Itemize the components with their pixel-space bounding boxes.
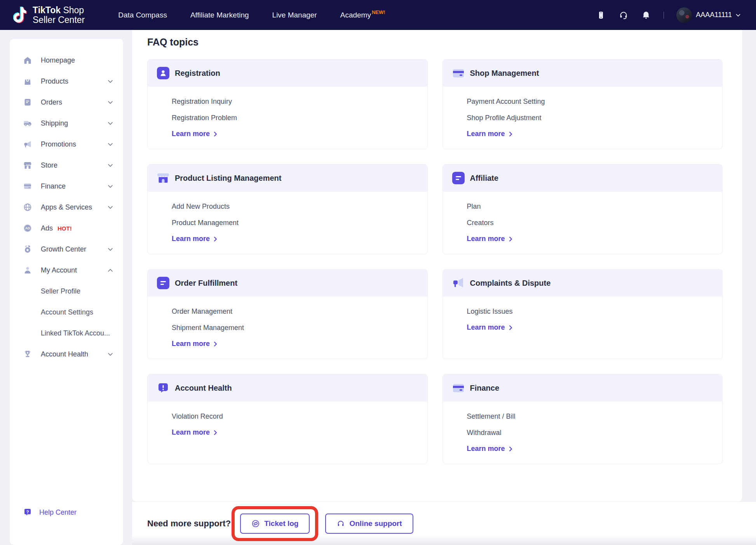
faq-topic-settlement-bill[interactable]: Settlement / Bill xyxy=(467,412,713,421)
sidebar-item-products[interactable]: Products xyxy=(10,71,123,92)
chevron-down-icon xyxy=(108,80,113,83)
help-center-link[interactable]: ? Help Center xyxy=(10,508,123,517)
learn-more-label: Learn more xyxy=(172,235,210,243)
trophy-icon xyxy=(23,349,32,359)
faq-card-body: Registration InquiryRegistration Problem… xyxy=(148,87,427,149)
globe-icon xyxy=(23,203,32,212)
nav-item-data-compass[interactable]: Data Compass xyxy=(118,11,167,19)
tiktok-shop-logo[interactable]: TikTok Shop Seller Center xyxy=(13,5,85,25)
faq-card-body: Payment Account SettingShop Profile Adju… xyxy=(443,87,723,149)
faq-card-title: Order Fulfillment xyxy=(175,279,237,288)
faq-card-header: Account Health xyxy=(148,374,427,402)
card-gray-icon xyxy=(23,182,32,191)
faq-topic-withdrawal[interactable]: Withdrawal xyxy=(467,428,713,437)
learn-more-label: Learn more xyxy=(467,130,505,138)
chevron-right-icon xyxy=(509,325,512,330)
svg-text:AD: AD xyxy=(25,226,30,230)
sidebar-item-finance[interactable]: Finance xyxy=(10,176,123,197)
faq-card-title: Account Health xyxy=(175,384,232,393)
faq-topic-plan[interactable]: Plan xyxy=(467,202,713,211)
faq-topic-shop-profile-adjustment[interactable]: Shop Profile Adjustment xyxy=(467,114,713,122)
user-menu[interactable]: AAAA11111 xyxy=(676,7,740,23)
learn-more-label: Learn more xyxy=(467,323,505,332)
sidebar: Homepage Products Orders Shipping Promot… xyxy=(10,39,123,545)
faq-topic-add-new-products[interactable]: Add New Products xyxy=(172,202,418,211)
ticket-log-button[interactable]: Ticket log xyxy=(240,514,310,534)
faq-topic-creators[interactable]: Creators xyxy=(467,218,713,227)
nav-item-academy[interactable]: AcademyNEW! xyxy=(340,11,385,19)
faq-topic-shipment-management[interactable]: Shipment Management xyxy=(172,323,418,332)
faq-card-title: Shop Management xyxy=(470,69,539,78)
faq-topic-logistic-issues[interactable]: Logistic Issues xyxy=(467,307,713,316)
notification-bell-icon[interactable] xyxy=(641,10,651,20)
chevron-right-icon xyxy=(509,446,512,452)
mobile-app-icon[interactable] xyxy=(596,10,606,20)
faq-card-body: Violation Record Learn more xyxy=(148,402,427,447)
learn-more-link[interactable]: Learn more xyxy=(467,323,713,332)
learn-more-label: Learn more xyxy=(172,130,210,138)
red-highlight-annotation: Ticket log xyxy=(232,506,318,541)
sidebar-item-promotions[interactable]: Promotions xyxy=(10,134,123,155)
doc-purple-icon xyxy=(452,172,465,184)
sidebar-item-ads[interactable]: AD Ads HOT! xyxy=(10,218,123,239)
help-icon: ? xyxy=(23,508,32,517)
sidebar-subitem-seller-profile[interactable]: Seller Profile xyxy=(10,281,123,302)
sidebar-subitem-account-settings[interactable]: Account Settings xyxy=(10,302,123,323)
ticket-log-label: Ticket log xyxy=(264,519,298,528)
faq-topic-registration-problem[interactable]: Registration Problem xyxy=(172,114,418,122)
faq-panel: FAQ topics Registration Registration Inq… xyxy=(132,30,742,502)
faq-card-header: Shop Management xyxy=(443,59,723,87)
faq-card-title: Registration xyxy=(175,69,220,78)
headset-icon[interactable] xyxy=(618,10,629,20)
sidebar-item-my-account[interactable]: My Account xyxy=(10,260,123,281)
sidebar-item-homepage[interactable]: Homepage xyxy=(10,50,123,71)
learn-more-link[interactable]: Learn more xyxy=(172,340,418,348)
faq-card-header: Affiliate xyxy=(443,164,723,192)
truck-icon xyxy=(23,119,32,128)
faq-card-finance: Finance Settlement / BillWithdrawal Lear… xyxy=(442,374,723,464)
learn-more-link[interactable]: Learn more xyxy=(172,428,418,437)
faq-topic-product-management[interactable]: Product Management xyxy=(172,218,418,227)
sidebar-item-growth-center[interactable]: Growth Center xyxy=(10,239,123,260)
nav-menu: Data CompassAffiliate MarketingLive Mana… xyxy=(118,11,385,19)
avatar xyxy=(676,7,692,23)
faq-topic-order-management[interactable]: Order Management xyxy=(172,307,418,316)
sidebar-subitem-linked-tiktok-accou[interactable]: Linked TikTok Accou... xyxy=(10,323,123,344)
storefront-icon xyxy=(157,172,169,184)
learn-more-link[interactable]: Learn more xyxy=(467,130,713,138)
headset-icon xyxy=(336,519,345,528)
faq-card-shop-management: Shop Management Payment Account SettingS… xyxy=(442,59,723,149)
main-content: FAQ topics Registration Registration Inq… xyxy=(132,30,756,545)
sidebar-item-account-health[interactable]: Account Health xyxy=(10,344,123,365)
faq-topic-payment-account-setting[interactable]: Payment Account Setting xyxy=(467,97,713,106)
online-support-button[interactable]: Online support xyxy=(325,514,413,534)
nav-item-live-manager[interactable]: Live Manager xyxy=(272,11,317,19)
faq-card-body: Logistic Issues Learn more xyxy=(443,297,723,342)
faq-topic-registration-inquiry[interactable]: Registration Inquiry xyxy=(172,97,418,106)
person-gray-icon xyxy=(23,266,32,275)
ad-icon: AD xyxy=(23,224,32,233)
faq-topic-violation-record[interactable]: Violation Record xyxy=(172,412,418,421)
chevron-right-icon xyxy=(509,236,512,242)
sidebar-item-orders[interactable]: Orders xyxy=(10,92,123,113)
faq-card-header: Finance xyxy=(443,374,723,402)
sidebar-item-store[interactable]: Store xyxy=(10,155,123,176)
faq-card-header: Product Listing Management xyxy=(148,164,427,192)
support-prompt: Need more support? xyxy=(147,519,231,529)
support-row: Need more support? Ticket log Online sup… xyxy=(132,502,756,545)
faq-card-body: Order ManagementShipment Management Lear… xyxy=(148,297,427,359)
faq-card-title: Finance xyxy=(470,384,500,393)
chevron-right-icon xyxy=(214,236,217,242)
nav-item-affiliate-marketing[interactable]: Affiliate Marketing xyxy=(190,11,249,19)
learn-more-link[interactable]: Learn more xyxy=(172,235,418,243)
sidebar-item-shipping[interactable]: Shipping xyxy=(10,113,123,134)
faq-card-title: Complaints & Dispute xyxy=(470,279,551,288)
learn-more-link[interactable]: Learn more xyxy=(172,130,418,138)
sidebar-item-apps-services[interactable]: Apps & Services xyxy=(10,197,123,218)
learn-more-link[interactable]: Learn more xyxy=(467,445,713,453)
chevron-down-icon xyxy=(108,122,113,125)
learn-more-link[interactable]: Learn more xyxy=(467,235,713,243)
doc-gray-icon xyxy=(23,98,32,107)
chevron-right-icon xyxy=(214,430,217,435)
megaphone-purple-icon xyxy=(452,277,465,289)
